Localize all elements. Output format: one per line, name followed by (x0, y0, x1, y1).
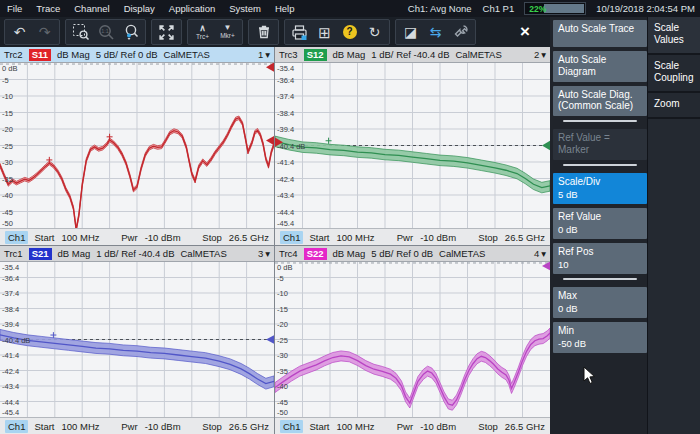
channel-axis-bar[interactable]: Ch1 Start100 MHz Pwr-10 dBm Stop26.5 GHz (275, 228, 550, 245)
diagram-area: Trc2 S11 dB Mag 5 dB/ Ref 0 dB CalMETAS … (0, 47, 550, 434)
trace-cal: CalMETAS (439, 248, 485, 259)
channel-axis-bar[interactable]: Ch1 Start100 MHz Pwr-10 dBm Stop26.5 GHz (0, 417, 274, 434)
pwr-value: -10 dBm (145, 232, 181, 243)
trace-name: Trc3 (279, 49, 298, 60)
status-averaging: Ch1: Avg None (408, 3, 472, 14)
stop-label: Stop (478, 232, 498, 243)
trace-name: Trc1 (4, 248, 23, 259)
softkey-auto-scale-common[interactable]: Auto Scale Diag. (Common Scale) (553, 86, 647, 117)
trace-cal: CalMETAS (180, 248, 226, 259)
menu-help[interactable]: Help (268, 0, 302, 17)
sparam-badge-s21: S21 (29, 248, 52, 260)
close-icon[interactable]: × (512, 20, 538, 44)
menu-channel[interactable]: Channel (67, 0, 116, 17)
pwr-label: Pwr (397, 232, 413, 243)
tab-zoom[interactable]: Zoom (648, 93, 700, 119)
menu-trace[interactable]: Trace (29, 0, 67, 17)
zoom-1to1-icon[interactable]: 1:1 (93, 20, 118, 44)
display-group (151, 19, 182, 45)
print-icon[interactable] (287, 20, 312, 44)
pwr-label: Pwr (397, 421, 413, 432)
softkey-sidebar: Auto Scale Trace Auto Scale Diagram Auto… (550, 17, 700, 434)
divider (563, 278, 637, 280)
restart-sweep-icon[interactable]: ↻ (362, 20, 387, 44)
softkey-ref-pos[interactable]: Ref Pos10 (553, 243, 647, 274)
stop-value: 26.5 GHz (229, 421, 269, 432)
trace-header-trc4[interactable]: Trc4 S22 dB Mag 5 dB/ Ref 0 dB CalMETAS … (275, 246, 550, 262)
window-number-menu[interactable]: 4▾ (534, 248, 546, 259)
sparam-badge-s11: S11 (29, 49, 51, 61)
channel-badge: Ch1 (5, 420, 28, 433)
softkey-ref-value[interactable]: Ref Value0 dB (553, 208, 647, 239)
undo-icon[interactable]: ↶ (7, 20, 32, 44)
sparam-badge-s22: S22 (304, 248, 327, 260)
divider (563, 164, 637, 166)
setup-wrench-icon[interactable] (448, 20, 473, 44)
tab-scale-values[interactable]: Scale Values (648, 17, 700, 55)
status-datetime: 10/19/2018 2:04:54 PM (596, 3, 695, 14)
chevron-down-icon: ▾ (541, 248, 546, 259)
redo-icon[interactable]: ↷ (32, 20, 57, 44)
menu-file[interactable]: File (0, 0, 29, 17)
diagram-3: Trc1 S21 dB Mag 1 dB/ Ref -40.4 dB CalME… (0, 246, 274, 434)
maximize-diagram-icon[interactable] (154, 20, 179, 44)
status-area: Ch1: Avg None Ch1 P1 22% 10/19/2018 2:04… (408, 3, 700, 14)
trace-name: Trc2 (4, 49, 23, 60)
softkey-auto-scale-trace[interactable]: Auto Scale Trace (553, 20, 647, 47)
channel-badge: Ch1 (280, 420, 303, 433)
menu-system[interactable]: System (222, 0, 268, 17)
trace-scale: 1 dB/ Ref -40.4 dB (371, 49, 449, 60)
stop-label: Stop (202, 421, 222, 432)
delete-group (248, 19, 279, 45)
pwr-label: Pwr (121, 232, 137, 243)
trace-header-trc2[interactable]: Trc2 S11 dB Mag 5 dB/ Ref 0 dB CalMETAS … (0, 47, 274, 63)
plot-area-s12[interactable]: -35.4-36.4-37.4-38.4-39.4-40.4 dB-41.4-4… (275, 63, 550, 228)
window-number-menu[interactable]: 3▾ (258, 248, 270, 259)
window-number-menu[interactable]: 2▾ (534, 49, 546, 60)
trace-format: dB Mag (333, 248, 366, 259)
trace-header-trc3[interactable]: Trc3 S12 dB Mag 1 dB/ Ref -40.4 dB CalME… (275, 47, 550, 63)
plot-area-s21[interactable]: -35.4-36.4-37.4-38.4-39.4-40.4 dB-41.4-4… (0, 262, 274, 417)
help-icon[interactable]: ? (337, 20, 362, 44)
stop-value: 26.5 GHz (505, 232, 545, 243)
softkey-min[interactable]: Min-50 dB (553, 322, 647, 353)
stop-value: 26.5 GHz (229, 232, 269, 243)
softkey-scale-div[interactable]: Scale/Div5 dB (553, 173, 647, 204)
mouse-cursor (583, 366, 596, 389)
tab-scale-coupling[interactable]: Scale Coupling (648, 55, 700, 93)
pwr-label: Pwr (121, 421, 137, 432)
softkey-max[interactable]: Max0 dB (553, 287, 647, 318)
undo-group: ↶ ↷ (4, 19, 60, 45)
trace-cal: CalMETAS (164, 49, 210, 60)
diagram-1: Trc2 S11 dB Mag 5 dB/ Ref 0 dB CalMETAS … (0, 47, 274, 245)
menu-display[interactable]: Display (117, 0, 162, 17)
channel-badge: Ch1 (280, 231, 303, 244)
trace-header-trc1[interactable]: Trc1 S21 dB Mag 1 dB/ Ref -40.4 dB CalME… (0, 246, 274, 262)
sweep-progress-bar: 22% (525, 3, 585, 14)
softkey-auto-scale-diagram[interactable]: Auto Scale Diagram (553, 51, 647, 82)
plot-area-s22[interactable]: 0 dB-5-10-15-20-25-30-35-40-45-50 (275, 262, 550, 417)
zoom-selection-icon[interactable] (68, 20, 93, 44)
dark-mode-icon[interactable]: ◪ (398, 20, 423, 44)
add-marker-icon[interactable]: ▼ Mkr+ (215, 20, 240, 44)
trace-scale: 5 dB/ Ref 0 dB (371, 248, 433, 259)
start-value: 100 MHz (337, 232, 375, 243)
window-number-menu[interactable]: 1▾ (258, 49, 270, 60)
start-label: Start (34, 232, 54, 243)
pwr-value: -10 dBm (145, 421, 181, 432)
view-group: ◪ ⇆ (395, 19, 476, 45)
delete-icon[interactable] (251, 20, 276, 44)
windows-icon[interactable]: ⊞ (312, 20, 337, 44)
chevron-down-icon: ▾ (541, 49, 546, 60)
start-value: 100 MHz (62, 421, 100, 432)
channel-axis-bar[interactable]: Ch1 Start100 MHz Pwr-10 dBm Stop26.5 GHz (275, 417, 550, 434)
add-trace-icon[interactable]: ∧ Trc+ (190, 20, 215, 44)
channel-axis-bar[interactable]: Ch1 Start100 MHz Pwr-10 dBm Stop26.5 GHz (0, 228, 274, 245)
start-value: 100 MHz (337, 421, 375, 432)
plot-area-s11[interactable]: 0 dB-5-10-15-20-25-30-35-40-45-50 (0, 63, 274, 228)
menu-application[interactable]: Application (162, 0, 222, 17)
diagram-2: Trc3 S12 dB Mag 1 dB/ Ref -40.4 dB CalME… (275, 47, 550, 245)
swap-ports-icon[interactable]: ⇆ (423, 20, 448, 44)
zoom-settings-icon[interactable] (118, 20, 143, 44)
zoom-group: 1:1 (65, 19, 146, 45)
